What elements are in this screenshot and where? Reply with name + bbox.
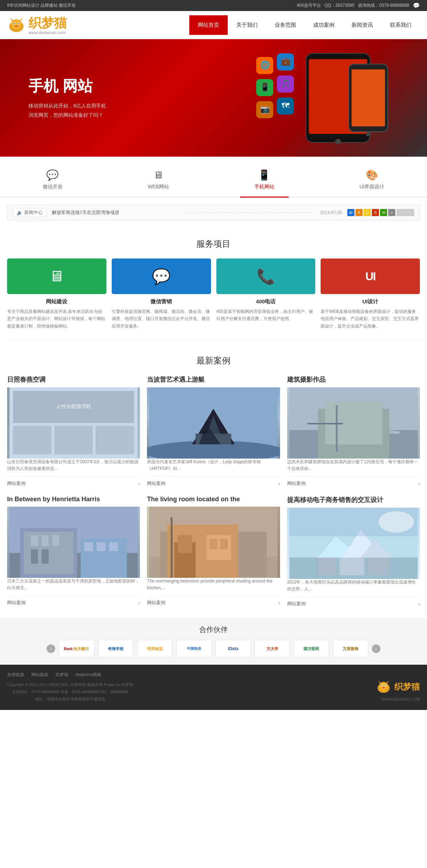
top-phone-label: 400选号平台 [297,2,321,9]
news-text: 解放军将连续7天在北部湾海域进 [52,209,177,216]
case-img-3: 200km [287,387,420,459]
partners-prev[interactable]: ‹ [47,644,55,653]
case-link-2[interactable]: 网站案例 › [147,476,280,487]
case-card-5[interactable]: The living room located on the The overh… [147,496,280,607]
partners-next[interactable]: › [372,644,380,653]
cases-section: 最新案例 日照春燕空调 人性化能源消耗 山东日照春燕空调设备有限公司成立于200… [0,341,427,618]
website-icon: 🖥 [7,258,106,294]
svg-rect-63 [178,535,192,553]
svg-point-10 [335,139,341,145]
hero-desc1: 移动营销从此开始，6亿人在用手机 [28,101,106,110]
nav-news[interactable]: 新闻资讯 [343,15,381,35]
case-card-2[interactable]: 当波普艺术遇上游艇 美国当代著名艺术家Jeff Koons（设计，Lady Ga… [147,375,280,487]
case-desc-3: 迈杰木匠和建筑师现在在其境内设计建了120座住宅，每个项目都有一个总体目标... [287,459,420,473]
share-icon-5[interactable]: ✉ [380,209,387,216]
service-tabs: 💬 微信开发 🖥 WEB网站 📱 手机网站 🎨 UI界面设计 [0,157,427,198]
case-card-3[interactable]: 建筑摄影作品 200km 迈杰木匠和建筑师现在在其境内设计建了120座住宅，每个… [287,375,420,487]
wechat-title: 微信营销 [112,298,211,305]
news-share-icons: W A Q S ✉ + [347,209,414,216]
svg-marker-81 [386,681,389,684]
tab-mobile[interactable]: 📱 手机网站 [240,164,289,198]
svg-point-13 [366,132,370,136]
share-icon-3[interactable]: Q [364,209,371,216]
tab-wechat[interactable]: 💬 微信开发 [28,164,77,198]
arrow-right-icon-5: › [278,600,280,606]
tab-web[interactable]: 🖥 WEB网站 [133,164,183,198]
case-title-2: 当波普艺术遇上游艇 [147,375,280,384]
share-icon-1[interactable]: W [347,209,354,216]
footer-link-1[interactable]: 友情链接 [7,672,24,678]
partner-3: 明亮物流 [137,640,173,658]
partners-title: 合作伙伴 [0,625,427,634]
svg-rect-75 [368,558,389,575]
nav-services[interactable]: 业务范围 [266,15,305,35]
case-link-5[interactable]: 网站案例 › [147,596,280,606]
case-link-6[interactable]: 网站案例 › [287,597,420,607]
svg-point-85 [385,685,386,686]
hero-text: 手机 网站 移动营销从此开始，6亿人在用手机 浏览网页，您的网站准备好了吗？ [28,76,106,119]
footer-link-2[interactable]: 网站版权 [31,672,48,678]
svg-marker-2 [10,18,14,21]
partner-7: 国方医药 [294,640,329,658]
case-img-5 [147,507,280,578]
wechat-icon: 💬 [413,2,420,9]
svg-rect-65 [210,539,217,549]
share-icon-2[interactable]: A [355,209,363,216]
service-card-website: 🖥 网站建设 专注于商品质量网站建设及开发,多年来活跃在与创意产业相关的平面设计… [7,258,106,330]
top-qq-label: QQ：26373595 [325,2,354,9]
arrow-right-icon: › [138,481,140,486]
share-icon-6[interactable]: + [388,209,395,216]
footer-links: 友情链接 网站版权 织梦猫 dedecms模板 [7,672,133,678]
wechat-tab-icon: 💬 [43,169,63,181]
case-link-3[interactable]: 网站案例 › [287,476,420,487]
tab-ui[interactable]: 🎨 UI界面设计 [345,164,399,198]
wechat-service-icon: 💬 [112,258,211,294]
svg-text:💼: 💼 [281,57,291,66]
svg-rect-30 [96,426,134,454]
sound-icon: 🔊 [17,210,22,215]
top-bar-left: 8年坊间网站设计 品牌建站 微信开发 [7,2,76,9]
partner-2: 奇海学校 [98,640,133,658]
case-link-4[interactable]: 网站案例 › [7,596,140,606]
case-card-6[interactable]: 提高移动电子商务销售的交互设计 2012年，各大电商巨头以及品牌商的移动端订单量… [287,496,420,607]
ui-desc: 基于WEB及移动智能设备的界面设计，提供的服务包括用户体验、产品规划、交互原型、… [321,308,420,330]
services-section: 服务项目 🖥 网站建设 专注于商品质量网站建设及开发,多年来活跃在与创意产业相关… [0,228,427,340]
nav-home[interactable]: 网站首页 [189,15,228,35]
partner-8: 万居装饰 [333,640,368,658]
svg-rect-28 [13,426,52,454]
cases-grid: 日照春燕空调 人性化能源消耗 山东日照春燕空调设备有限公司成立于2007年3月，… [7,375,420,607]
svg-rect-52 [31,549,38,564]
svg-text:🎵: 🎵 [281,79,291,88]
case-link-1[interactable]: 网站案例 › [7,476,140,487]
svg-text:🌐: 🌐 [260,60,270,70]
partner-1: Bank 光大银行 [59,640,94,658]
nav-cases[interactable]: 成功案例 [305,15,343,35]
partners-list: ‹ Bank 光大银行 奇海学校 明亮物流 中国电信 iData 方大学 国方医… [0,640,427,658]
arrow-right-icon-6: › [418,601,420,607]
phone400-icon: 📞 [216,258,316,294]
case-card-1[interactable]: 日照春燕空调 人性化能源消耗 山东日照春燕空调设备有限公司成立于2007年3月，… [7,375,140,487]
ui-tab-icon: 🎨 [359,169,384,181]
news-date: 2014-07-25 [320,210,342,215]
case-desc-5: The overhanging bedrooms provide periphe… [147,578,280,592]
svg-marker-3 [19,18,23,21]
svg-point-84 [381,685,383,686]
share-icon-4[interactable]: S [372,209,379,216]
svg-rect-51 [52,535,59,546]
service-card-ui: UI UI设计 基于WEB及移动智能设备的界面设计，提供的服务包括用户体验、产品… [321,258,420,330]
nav-contact[interactable]: 联系我们 [381,15,420,35]
wechat-desc: 引擎科技提供微官网、微商城、微活动、微会员、微调查、地理位置、接口开发微信公众平… [112,308,211,330]
website-title: 网站建设 [7,298,106,305]
case-title-4: In Between by Henrietta Harris [7,496,140,503]
footer-link-3[interactable]: 织梦猫 [56,672,68,678]
svg-rect-43 [307,423,343,424]
hero-phones-illustration: 🌐 💼 📱 🎵 📷 🗺 [249,46,391,150]
top-bar-right: 400选号平台 QQ：26373595 咨询热线：0379-88888888 💬 [297,2,420,9]
logo-sub: www.dedemao.com [28,30,67,35]
footer-link-4[interactable]: dedecms模板 [75,672,101,678]
svg-rect-67 [171,517,173,578]
logo[interactable]: 织梦猫 www.dedemao.com [7,15,78,35]
case-card-4[interactable]: In Between by Henrietta Harris [7,496,140,607]
nav-about[interactable]: 关于我们 [228,15,266,35]
service-card-400: 📞 400电话 400是基于智能网的语音增值业务，由主叫用户、被叫用户分摊支付通… [216,258,316,330]
